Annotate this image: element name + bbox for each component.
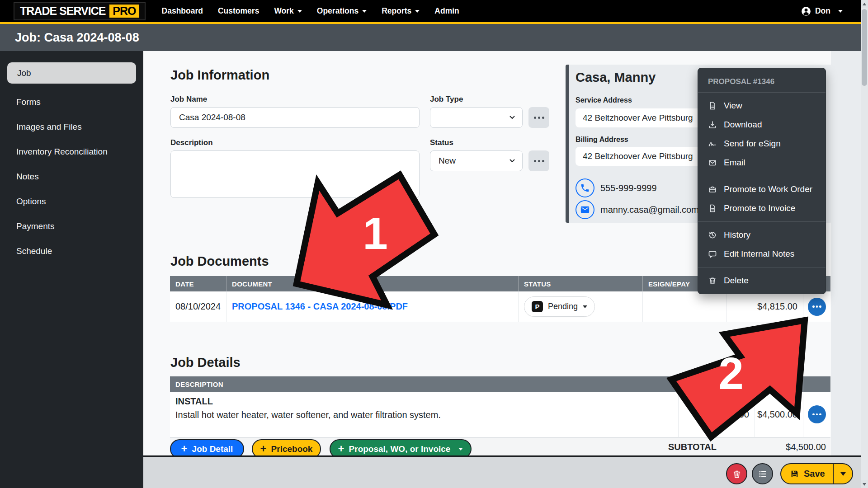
- phone-row: 555-999-9999: [576, 178, 657, 197]
- sidebar-item-inventory-reconciliation[interactable]: Inventory Reconciliation: [0, 139, 143, 164]
- document-amount: $4,815.00: [727, 291, 803, 322]
- sidebar-item-forms[interactable]: Forms: [0, 89, 143, 114]
- briefcase-icon: [708, 185, 717, 194]
- subtotal-value: $4,500.00: [786, 442, 830, 452]
- nav-dashboard[interactable]: Dashboard: [162, 6, 203, 16]
- scroll-up-button[interactable]: [861, 0, 868, 8]
- sidebar-item-schedule[interactable]: Schedule: [0, 239, 143, 263]
- list-view-button[interactable]: [752, 463, 773, 484]
- brand-text: TRADE SERVICE: [20, 5, 105, 18]
- scroll-down-button[interactable]: [861, 480, 868, 488]
- delete-job-button[interactable]: [726, 463, 747, 484]
- trash-icon: [708, 276, 717, 285]
- table-row: INSTALL Install hot water heater, water …: [170, 392, 830, 437]
- sidebar: Job Forms Images and Files Inventory Rec…: [0, 51, 143, 488]
- sidebar-item-payments[interactable]: Payments: [0, 214, 143, 239]
- ellipsis-icon: [812, 413, 815, 416]
- history-icon: [708, 230, 717, 239]
- phone-icon[interactable]: [576, 178, 594, 197]
- job-type-label: Job Type: [430, 95, 463, 104]
- column-description: DESCRIPTION: [170, 376, 679, 392]
- menu-item-send-for-esign[interactable]: Send for eSign: [698, 134, 826, 153]
- brand-pro-badge: PRO: [109, 5, 139, 18]
- column-document: DOCUMENT: [226, 276, 519, 291]
- sidebar-item-images-and-files[interactable]: Images and Files: [0, 114, 143, 139]
- menu-item-email[interactable]: Email: [698, 153, 826, 172]
- nav-admin[interactable]: Admin: [434, 6, 459, 16]
- nav-customers[interactable]: Customers: [218, 6, 259, 16]
- chevron-down-icon: [508, 156, 517, 165]
- description-textarea[interactable]: [170, 150, 420, 198]
- email-row: manny.casa@gmail.com: [576, 200, 699, 219]
- customer-email[interactable]: manny.casa@gmail.com: [600, 205, 699, 215]
- download-icon: [708, 120, 717, 129]
- menu-item-promote-to-work-order[interactable]: Promote to Work Order: [698, 180, 826, 199]
- plus-icon: +: [181, 443, 188, 454]
- chevron-down-icon: [508, 113, 517, 122]
- detail-actions-button[interactable]: [808, 405, 826, 423]
- menu-item-download[interactable]: Download: [698, 115, 826, 134]
- accent-divider: [0, 22, 868, 24]
- signature-icon: [708, 139, 717, 148]
- status-pending-dropdown[interactable]: P Pending: [524, 296, 595, 317]
- sidebar-item-job[interactable]: Job: [7, 62, 136, 84]
- detail-title: INSTALL: [175, 396, 213, 407]
- ellipsis-icon: [812, 305, 815, 308]
- triangle-down-icon: [863, 483, 866, 486]
- vertical-scrollbar[interactable]: [861, 0, 868, 488]
- service-address-label: Service Address: [576, 96, 632, 104]
- nav-work[interactable]: Work: [274, 6, 302, 16]
- detail-description: Install hot water heater, water softener…: [175, 410, 441, 420]
- menu-item-edit-internal-notes[interactable]: Edit Internal Notes: [698, 244, 826, 263]
- scrollbar-thumb[interactable]: [862, 9, 867, 86]
- column-status: STATUS: [519, 276, 643, 291]
- detail-total: $4,500.00: [755, 392, 803, 437]
- description-label: Description: [170, 138, 213, 147]
- sidebar-item-notes[interactable]: Notes: [0, 164, 143, 189]
- esign-epay-cell: [643, 291, 727, 322]
- job-type-select[interactable]: [430, 107, 523, 128]
- brand-logo[interactable]: TRADE SERVICE PRO: [14, 2, 146, 20]
- list-icon: [758, 469, 768, 479]
- job-details-heading: Job Details: [170, 355, 241, 370]
- bottom-action-bar: Save: [143, 455, 861, 488]
- job-name-label: Job Name: [170, 95, 207, 104]
- menu-item-history[interactable]: History: [698, 225, 826, 244]
- status-options-button[interactable]: [528, 150, 549, 171]
- document-actions-button[interactable]: [808, 298, 826, 316]
- nav-operations[interactable]: Operations: [317, 6, 367, 16]
- job-details-table-header: DESCRIPTION: [170, 376, 830, 392]
- sidebar-item-options[interactable]: Options: [0, 189, 143, 214]
- user-name: Don: [815, 6, 830, 16]
- person-circle-icon: [801, 6, 811, 16]
- job-name-input[interactable]: [170, 107, 420, 128]
- detail-price: $4,500.00: [679, 392, 755, 437]
- menu-item-view[interactable]: View: [698, 96, 826, 115]
- save-button[interactable]: Save: [781, 464, 833, 483]
- floppy-disk-icon: [790, 469, 799, 479]
- nav-reports[interactable]: Reports: [382, 6, 420, 16]
- ellipsis-icon: [534, 160, 536, 162]
- save-split-button: Save: [780, 463, 853, 484]
- caret-down-icon: [297, 10, 302, 13]
- save-options-button[interactable]: [834, 464, 852, 483]
- document-link[interactable]: PROPOSAL 1346 - CASA 2024-08-08.PDF: [232, 301, 408, 312]
- context-menu-header: PROPOSAL #1346: [698, 68, 826, 92]
- job-documents-heading: Job Documents: [170, 254, 269, 269]
- caret-down-icon: [838, 10, 843, 13]
- user-menu[interactable]: Don: [801, 6, 843, 16]
- page-header: Job: Casa 2024-08-08: [0, 24, 868, 51]
- job-type-options-button[interactable]: [528, 107, 549, 128]
- caret-down-icon: [840, 472, 846, 476]
- customer-phone[interactable]: 555-999-9999: [600, 183, 657, 193]
- envelope-icon[interactable]: [576, 200, 594, 219]
- chat-bubble-icon: [708, 249, 717, 258]
- status-select[interactable]: New: [430, 150, 523, 171]
- proposal-badge-icon: P: [532, 301, 543, 312]
- file-text-icon: [708, 101, 717, 110]
- menu-item-promote-to-invoice[interactable]: Promote to Invoice: [698, 199, 826, 218]
- caret-down-icon: [415, 10, 420, 13]
- menu-item-delete[interactable]: Delete: [698, 271, 826, 290]
- envelope-outline-icon: [708, 158, 717, 167]
- column-date: DATE: [170, 276, 226, 291]
